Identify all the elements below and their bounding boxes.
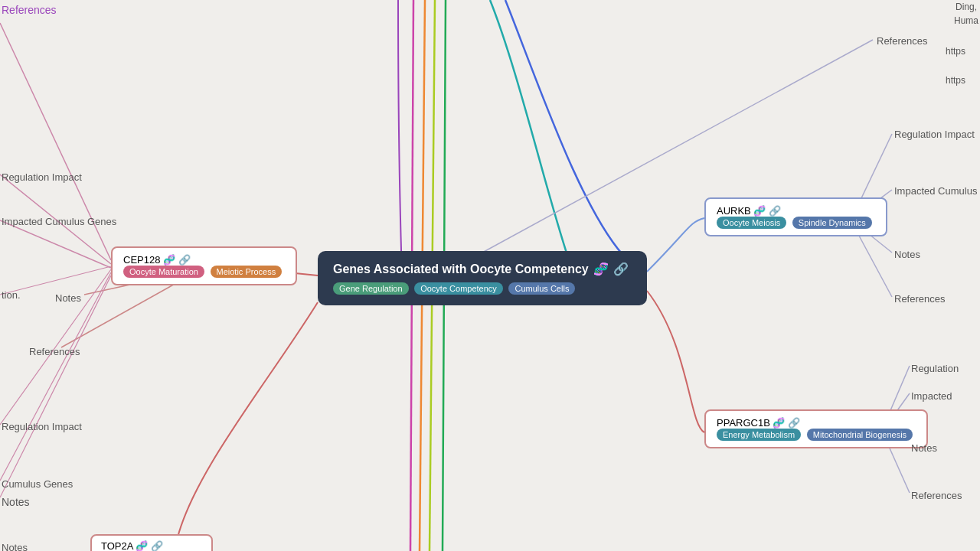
regulation-impact-right: Regulation Impact bbox=[894, 129, 975, 140]
mind-map-canvas: Genes Associated with Oocyte Competency … bbox=[0, 0, 980, 551]
aurkb-title-text: AURKB bbox=[717, 205, 751, 217]
tag-oocyte-maturation[interactable]: Oocyte Maturation bbox=[123, 266, 204, 278]
regulation-partial-left: tion. bbox=[2, 289, 21, 301]
tag-spindle-dynamics[interactable]: Spindle Dynamics bbox=[792, 217, 872, 229]
ppargc1b-tags: Energy Metabolism Mitochondrial Biogenes… bbox=[717, 429, 916, 441]
ref-human: Huma bbox=[954, 15, 978, 26]
ppargc1b-node[interactable]: PPARGC1B 🧬 🔗 Energy Metabolism Mitochond… bbox=[704, 409, 928, 448]
tag-meiotic-process[interactable]: Meiotic Process bbox=[211, 266, 283, 278]
dna-icon: 🧬 bbox=[593, 262, 609, 276]
regulation-bottom-left: Regulation Impact bbox=[2, 421, 82, 432]
ref-https1: https bbox=[946, 46, 965, 57]
tag-oocyte-meiosis[interactable]: Oocyte Meiosis bbox=[717, 217, 786, 229]
main-node-tags: Gene Regulation Oocyte Competency Cumulu… bbox=[333, 282, 632, 295]
main-node-title: Genes Associated with Oocyte Competency … bbox=[333, 262, 632, 276]
aurkb-node[interactable]: AURKB 🧬 🔗 Oocyte Meiosis Spindle Dynamic… bbox=[704, 197, 887, 236]
svg-line-12 bbox=[0, 0, 111, 283]
ppargc1b-dna-icon: 🧬 bbox=[773, 417, 785, 429]
cep128-title: CEP128 🧬 🔗 bbox=[123, 254, 285, 266]
tag-gene-regulation[interactable]: Gene Regulation bbox=[333, 282, 409, 295]
tag-oocyte-competency[interactable]: Oocyte Competency bbox=[414, 282, 503, 295]
svg-line-14 bbox=[61, 276, 190, 347]
top2a-dna-icon: 🧬 bbox=[136, 540, 148, 551]
cep128-dna-icon: 🧬 bbox=[163, 254, 175, 266]
impacted-cumulus-right: Impacted Cumulus C bbox=[894, 185, 980, 197]
references-aurkb: References bbox=[894, 293, 945, 305]
ppargc1b-link-icon: 🔗 bbox=[788, 417, 800, 429]
top2a-node[interactable]: TOP2A 🧬 🔗 bbox=[90, 534, 213, 551]
main-node-title-text: Genes Associated with Oocyte Competency bbox=[333, 262, 589, 276]
main-node[interactable]: Genes Associated with Oocyte Competency … bbox=[318, 251, 647, 305]
references-top-left: References bbox=[2, 4, 57, 16]
ppargc1b-title-text: PPARGC1B bbox=[717, 417, 770, 429]
ref-ding: Ding, bbox=[956, 2, 977, 12]
top2a-title: TOP2A 🧬 🔗 bbox=[101, 540, 202, 551]
cumulus-bottom-left: Cumulus Genes bbox=[2, 478, 73, 490]
cep128-node[interactable]: CEP128 🧬 🔗 Oocyte Maturation Meiotic Pro… bbox=[111, 246, 297, 285]
notes-ppargc1b: Notes bbox=[911, 442, 937, 454]
regulation-right2: Regulation bbox=[911, 363, 959, 374]
notes-bottom-left: Notes bbox=[2, 496, 30, 508]
cep128-link-icon: 🔗 bbox=[178, 254, 191, 266]
svg-line-11 bbox=[0, 220, 111, 268]
svg-line-18 bbox=[0, 276, 111, 497]
references-cep128: References bbox=[29, 346, 80, 357]
cep128-tags: Oocyte Maturation Meiotic Process bbox=[123, 266, 285, 278]
tag-mitochondrial-biogenesis[interactable]: Mitochondrial Biogenesis bbox=[807, 429, 913, 441]
tag-energy-metabolism[interactable]: Energy Metabolism bbox=[717, 429, 801, 441]
cep128-title-text: CEP128 bbox=[123, 254, 160, 266]
aurkb-title: AURKB 🧬 🔗 bbox=[717, 205, 875, 217]
tag-cumulus-cells[interactable]: Cumulus Cells bbox=[508, 282, 575, 295]
ppargc1b-title: PPARGC1B 🧬 🔗 bbox=[717, 417, 916, 429]
impacted-cumulus-left: Impacted Cumulus Genes bbox=[2, 216, 116, 227]
aurkb-link-icon: 🔗 bbox=[769, 205, 781, 217]
regulation-impact-left: Regulation Impact bbox=[2, 171, 82, 183]
references-ppargc1b: References bbox=[911, 490, 962, 501]
aurkb-tags: Oocyte Meiosis Spindle Dynamics bbox=[717, 217, 875, 229]
ref-https2: https bbox=[946, 75, 965, 86]
notes-cep128: Notes bbox=[55, 292, 81, 304]
top2a-link-icon: 🔗 bbox=[151, 540, 163, 551]
top2a-title-text: TOP2A bbox=[101, 540, 133, 551]
notes-very-bottom-left: Notes bbox=[2, 542, 28, 551]
references-top-center: References bbox=[877, 35, 927, 47]
aurkb-dna-icon: 🧬 bbox=[753, 205, 766, 217]
impacted-right2: Impacted bbox=[911, 390, 952, 402]
link-icon: 🔗 bbox=[613, 262, 629, 276]
notes-aurkb: Notes bbox=[894, 249, 920, 260]
